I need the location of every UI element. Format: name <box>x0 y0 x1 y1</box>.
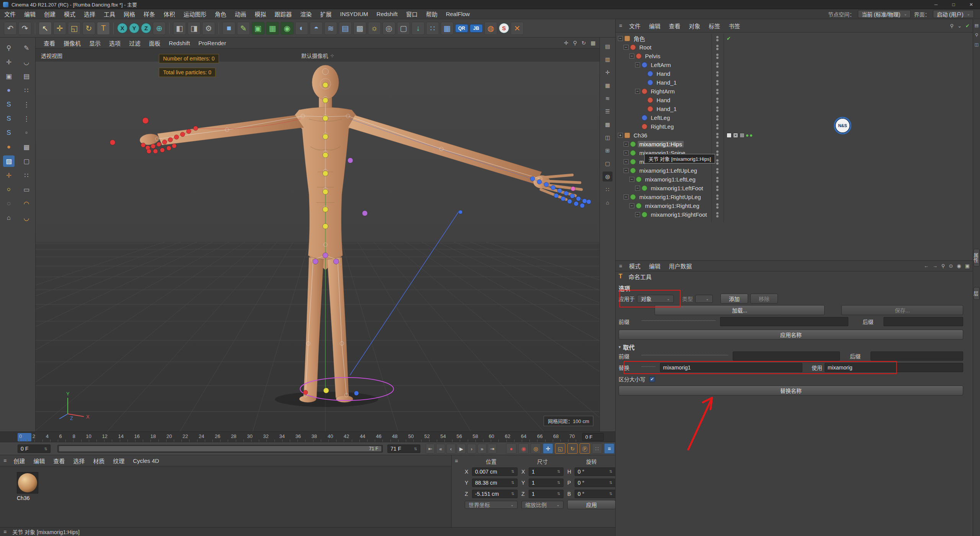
expander-icon[interactable]: − <box>629 203 634 208</box>
rect-tool-icon[interactable]: ▭ <box>21 184 32 195</box>
plus-grid-icon[interactable]: ⊞ <box>603 145 612 155</box>
visibility-dot[interactable] <box>716 92 719 94</box>
om-menu-查看[interactable]: 查看 <box>665 22 684 30</box>
visibility-dot[interactable] <box>716 124 719 126</box>
viewport-menu-面板[interactable]: 面板 <box>145 39 165 47</box>
menubar-item-模式[interactable]: 模式 <box>60 10 80 18</box>
spinner-icon[interactable]: ⇅ <box>609 469 612 474</box>
menubar-item-窗口[interactable]: 窗口 <box>402 10 422 18</box>
close-button[interactable]: ✕ <box>962 0 980 9</box>
attr-layout-icon[interactable]: ▣ <box>965 263 970 269</box>
visibility-dot[interactable] <box>716 48 719 50</box>
type-dropdown[interactable]: ⌄ <box>695 295 713 303</box>
visibility-dot[interactable] <box>716 115 719 118</box>
expander-icon[interactable]: − <box>624 150 629 155</box>
attr-lock-icon[interactable]: ⊙ <box>949 263 953 269</box>
position-record-toggle[interactable]: ✛ <box>543 443 553 454</box>
save-button[interactable]: 保存... <box>841 305 963 315</box>
spinner-icon[interactable]: ⇅ <box>44 447 47 451</box>
menubar-item-模拟[interactable]: 模拟 <box>250 10 270 18</box>
expander-icon[interactable]: − <box>624 142 629 147</box>
visibility-dot[interactable] <box>716 45 719 47</box>
prev-key-button[interactable]: « <box>436 444 445 454</box>
dots-col2-icon[interactable]: ⋮ <box>21 113 32 124</box>
tree-row-mixamorig1:RightUpLeg[interactable]: −mixamorig1:RightUpLeg <box>616 193 973 201</box>
ruler-icon[interactable]: ▤ <box>603 41 612 51</box>
dots-col-icon[interactable]: ⋮ <box>21 99 32 110</box>
next-key-button[interactable]: » <box>477 444 487 454</box>
visibility-dot[interactable] <box>716 212 719 214</box>
magnet-tool-icon[interactable]: ◡ <box>21 212 32 224</box>
visibility-dot[interactable] <box>716 71 719 74</box>
visibility-dot[interactable] <box>716 194 719 197</box>
lasso-tool-icon[interactable]: ◌ <box>3 198 15 209</box>
visibility-dot[interactable] <box>716 89 719 91</box>
coordinate-system-button[interactable]: ⊕ <box>153 22 166 35</box>
visibility-dot[interactable] <box>716 215 719 217</box>
visibility-dot[interactable] <box>716 142 719 144</box>
redo-icon[interactable]: ↷ <box>18 22 31 35</box>
record-keyframe-button[interactable]: ● <box>506 443 516 454</box>
scale-record-toggle[interactable]: ◱ <box>555 443 565 454</box>
pattern-icon[interactable]: ▩ <box>603 119 612 129</box>
suffix-input[interactable] <box>884 317 964 326</box>
lock-z-axis-button[interactable]: Z <box>141 23 151 33</box>
scale-tool-icon[interactable]: ◱ <box>68 22 81 35</box>
move-tool-icon[interactable]: ✛ <box>53 22 66 35</box>
next-frame-button[interactable]: › <box>467 444 476 454</box>
visibility-dot[interactable] <box>716 168 719 170</box>
coord-value-input[interactable]: 0 °⇅ <box>575 467 616 476</box>
menubar-item-角色[interactable]: 角色 <box>211 10 230 18</box>
material-thumbnail[interactable] <box>17 472 38 494</box>
tree-row-Hand_1[interactable]: Hand_1 <box>616 105 973 113</box>
menubar-item-编辑[interactable]: 编辑 <box>20 10 40 18</box>
menubar-item-帮助[interactable]: 帮助 <box>422 10 442 18</box>
tree-row-Root[interactable]: −Root <box>616 43 973 52</box>
spinner-icon[interactable]: ⇅ <box>557 480 560 485</box>
expander-icon[interactable]: − <box>635 186 640 191</box>
spinner-icon[interactable]: ⇅ <box>511 480 514 485</box>
menubar-item-体积[interactable]: 体积 <box>159 10 179 18</box>
square-icon[interactable]: ▫ <box>21 127 32 139</box>
options-group-header[interactable]: 选项 <box>619 284 630 292</box>
materials-menu-纹理[interactable]: 纹理 <box>109 457 129 465</box>
spline-preset-1-icon[interactable]: S <box>3 99 15 110</box>
lock-x-axis-button[interactable]: X <box>117 23 127 33</box>
tree-row-角色[interactable]: −角色✔ <box>616 34 973 43</box>
visibility-dot[interactable] <box>716 80 719 82</box>
frame-icon[interactable]: ▢ <box>21 155 32 167</box>
weight-tag-icon[interactable] <box>727 133 732 138</box>
snap-icon[interactable]: ◡ <box>21 56 32 68</box>
coord-value-input[interactable]: 0.007 cm⇅ <box>472 467 518 476</box>
scale-mode-dropdown[interactable]: 缩放比例⌄ <box>521 501 564 509</box>
attr-menu-模式[interactable]: 模式 <box>625 262 645 270</box>
spinner-icon[interactable]: ⇅ <box>557 492 560 496</box>
edge-grid-icon[interactable]: ▤ <box>973 22 980 28</box>
frame2-icon[interactable]: ▢ <box>603 159 612 168</box>
render-settings-button[interactable]: ⚙ <box>202 22 215 35</box>
zoom-tool-icon[interactable]: ⚲ <box>3 42 15 54</box>
spinner-icon[interactable]: ⇅ <box>511 469 514 474</box>
pen-tool-icon[interactable]: ✎ <box>21 42 32 54</box>
waves-icon[interactable]: ≋ <box>603 93 612 103</box>
menubar-item-跟踪器[interactable]: 跟踪器 <box>270 10 296 18</box>
import-button[interactable]: ↓ <box>412 22 425 35</box>
attr-menu-编辑[interactable]: 编辑 <box>645 262 665 270</box>
expander-icon[interactable]: − <box>624 45 629 50</box>
coord-value-input[interactable]: 1⇅ <box>529 490 564 498</box>
tree-row-LeftLeg[interactable]: LeftLeg <box>616 113 973 122</box>
om-menu-书签[interactable]: 书签 <box>724 22 744 30</box>
tree-row-mixamorig1:Hips[interactable]: −mixamorig1:Hips <box>616 140 973 149</box>
visibility-dot[interactable] <box>716 62 719 65</box>
expander-icon[interactable]: − <box>624 168 629 173</box>
viewport-menu-ProRender[interactable]: ProRender <box>194 40 230 46</box>
columns-icon[interactable]: ▥ <box>603 54 612 64</box>
apply-to-dropdown[interactable]: 对象 ⌄ <box>637 295 674 303</box>
visibility-dot[interactable] <box>716 177 719 179</box>
remove-button[interactable]: 移除 <box>750 294 778 304</box>
current-frame-field[interactable]: 0 F <box>582 433 604 441</box>
spinner-icon[interactable]: ⇅ <box>557 469 560 474</box>
play-forward-button[interactable]: ▶ <box>457 444 466 454</box>
visibility-dot[interactable] <box>716 57 719 59</box>
maximize-button[interactable]: □ <box>945 0 962 9</box>
